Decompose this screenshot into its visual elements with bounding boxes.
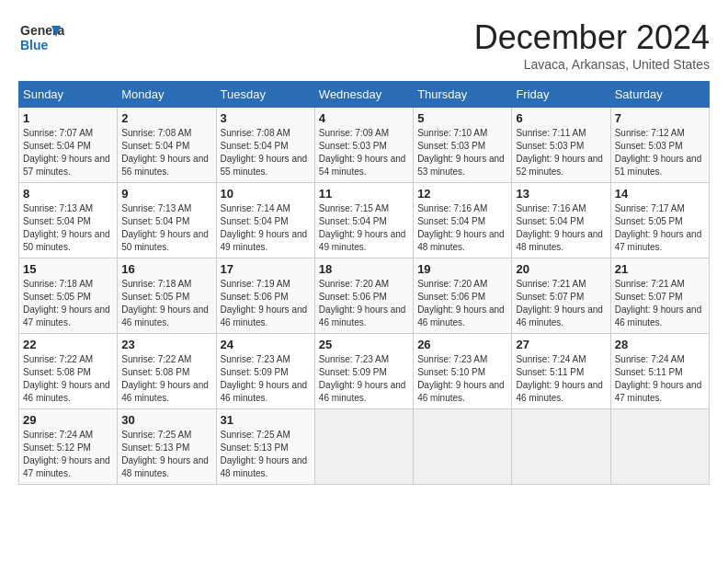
day-cell: 13 Sunrise: 7:16 AMSunset: 5:04 PMDaylig… <box>512 183 610 259</box>
day-info: Sunrise: 7:25 AMSunset: 5:13 PMDaylight:… <box>221 430 308 478</box>
day-info: Sunrise: 7:22 AMSunset: 5:08 PMDaylight:… <box>23 354 110 403</box>
day-number: 15 <box>23 262 113 276</box>
day-number: 14 <box>615 187 705 201</box>
day-info: Sunrise: 7:15 AMSunset: 5:04 PMDaylight:… <box>319 203 406 252</box>
empty-day-cell <box>414 409 512 485</box>
day-cell: 14 Sunrise: 7:17 AMSunset: 5:05 PMDaylig… <box>610 183 709 259</box>
subtitle: Lavaca, Arkansas, United States <box>474 57 710 72</box>
empty-day-cell <box>610 409 709 485</box>
day-number: 21 <box>615 262 705 276</box>
day-info: Sunrise: 7:22 AMSunset: 5:08 PMDaylight:… <box>121 354 209 403</box>
day-of-week-header: Thursday <box>414 82 512 108</box>
header: General Blue December 2024 Lavaca, Arkan… <box>18 18 710 72</box>
day-info: Sunrise: 7:08 AMSunset: 5:04 PMDaylight:… <box>121 128 209 177</box>
day-info: Sunrise: 7:23 AMSunset: 5:09 PMDaylight:… <box>319 354 406 403</box>
day-cell: 19 Sunrise: 7:20 AMSunset: 5:06 PMDaylig… <box>414 259 512 334</box>
day-cell: 20 Sunrise: 7:21 AMSunset: 5:07 PMDaylig… <box>512 259 610 334</box>
day-info: Sunrise: 7:08 AMSunset: 5:04 PMDaylight:… <box>221 128 308 177</box>
day-number: 7 <box>615 111 705 125</box>
title-area: December 2024 Lavaca, Arkansas, United S… <box>474 18 710 72</box>
day-number: 1 <box>23 111 113 125</box>
day-number: 26 <box>417 338 507 351</box>
day-info: Sunrise: 7:18 AMSunset: 5:05 PMDaylight:… <box>23 279 110 327</box>
month-title: December 2024 <box>474 18 710 57</box>
day-number: 6 <box>516 111 606 125</box>
day-number: 28 <box>615 338 705 351</box>
day-cell: 23 Sunrise: 7:22 AMSunset: 5:08 PMDaylig… <box>118 334 216 409</box>
svg-text:Blue: Blue <box>20 38 49 52</box>
day-cell: 9 Sunrise: 7:13 AMSunset: 5:04 PMDayligh… <box>118 183 216 259</box>
day-cell: 4 Sunrise: 7:09 AMSunset: 5:03 PMDayligh… <box>314 108 413 183</box>
day-info: Sunrise: 7:20 AMSunset: 5:06 PMDaylight:… <box>319 279 406 327</box>
day-cell: 12 Sunrise: 7:16 AMSunset: 5:04 PMDaylig… <box>414 183 512 259</box>
day-cell: 2 Sunrise: 7:08 AMSunset: 5:04 PMDayligh… <box>118 108 216 183</box>
day-info: Sunrise: 7:11 AMSunset: 5:03 PMDaylight:… <box>516 128 603 177</box>
day-cell: 8 Sunrise: 7:13 AMSunset: 5:04 PMDayligh… <box>19 183 118 259</box>
day-cell: 1 Sunrise: 7:07 AMSunset: 5:04 PMDayligh… <box>19 108 118 183</box>
logo: General Blue <box>18 18 68 55</box>
day-number: 30 <box>121 413 211 427</box>
day-cell: 22 Sunrise: 7:22 AMSunset: 5:08 PMDaylig… <box>19 334 118 409</box>
day-info: Sunrise: 7:16 AMSunset: 5:04 PMDaylight:… <box>417 203 505 252</box>
day-number: 27 <box>516 338 606 351</box>
day-number: 31 <box>221 413 311 427</box>
day-number: 25 <box>319 338 409 351</box>
day-number: 11 <box>319 187 409 201</box>
day-cell: 31 Sunrise: 7:25 AMSunset: 5:13 PMDaylig… <box>216 409 314 485</box>
day-cell: 25 Sunrise: 7:23 AMSunset: 5:09 PMDaylig… <box>314 334 413 409</box>
day-number: 5 <box>417 111 507 125</box>
day-number: 19 <box>417 262 507 276</box>
day-cell: 6 Sunrise: 7:11 AMSunset: 5:03 PMDayligh… <box>512 108 610 183</box>
day-cell: 24 Sunrise: 7:23 AMSunset: 5:09 PMDaylig… <box>216 334 314 409</box>
day-info: Sunrise: 7:21 AMSunset: 5:07 PMDaylight:… <box>516 279 603 327</box>
day-info: Sunrise: 7:12 AMSunset: 5:03 PMDaylight:… <box>615 128 702 177</box>
empty-day-cell <box>314 409 413 485</box>
day-info: Sunrise: 7:16 AMSunset: 5:04 PMDaylight:… <box>516 203 603 252</box>
day-number: 16 <box>121 262 211 276</box>
day-info: Sunrise: 7:07 AMSunset: 5:04 PMDaylight:… <box>23 128 110 177</box>
day-cell: 17 Sunrise: 7:19 AMSunset: 5:06 PMDaylig… <box>216 259 314 334</box>
day-cell: 26 Sunrise: 7:23 AMSunset: 5:10 PMDaylig… <box>414 334 512 409</box>
day-info: Sunrise: 7:24 AMSunset: 5:11 PMDaylight:… <box>615 354 702 403</box>
day-info: Sunrise: 7:24 AMSunset: 5:11 PMDaylight:… <box>516 354 603 403</box>
day-number: 8 <box>23 187 113 201</box>
day-cell: 10 Sunrise: 7:14 AMSunset: 5:04 PMDaylig… <box>216 183 314 259</box>
day-cell: 29 Sunrise: 7:24 AMSunset: 5:12 PMDaylig… <box>19 409 118 485</box>
day-of-week-header: Saturday <box>610 82 709 108</box>
day-cell: 21 Sunrise: 7:21 AMSunset: 5:07 PMDaylig… <box>610 259 709 334</box>
day-number: 2 <box>121 111 211 125</box>
day-cell: 18 Sunrise: 7:20 AMSunset: 5:06 PMDaylig… <box>314 259 413 334</box>
day-of-week-header: Friday <box>512 82 610 108</box>
day-cell: 27 Sunrise: 7:24 AMSunset: 5:11 PMDaylig… <box>512 334 610 409</box>
day-info: Sunrise: 7:23 AMSunset: 5:09 PMDaylight:… <box>221 354 308 403</box>
day-cell: 5 Sunrise: 7:10 AMSunset: 5:03 PMDayligh… <box>414 108 512 183</box>
day-cell: 11 Sunrise: 7:15 AMSunset: 5:04 PMDaylig… <box>314 183 413 259</box>
day-number: 20 <box>516 262 606 276</box>
day-info: Sunrise: 7:18 AMSunset: 5:05 PMDaylight:… <box>121 279 209 327</box>
day-cell: 15 Sunrise: 7:18 AMSunset: 5:05 PMDaylig… <box>19 259 118 334</box>
day-cell: 16 Sunrise: 7:18 AMSunset: 5:05 PMDaylig… <box>118 259 216 334</box>
day-cell: 3 Sunrise: 7:08 AMSunset: 5:04 PMDayligh… <box>216 108 314 183</box>
day-number: 29 <box>23 413 113 427</box>
day-number: 18 <box>319 262 409 276</box>
day-number: 12 <box>417 187 507 201</box>
day-info: Sunrise: 7:09 AMSunset: 5:03 PMDaylight:… <box>319 128 406 177</box>
day-info: Sunrise: 7:25 AMSunset: 5:13 PMDaylight:… <box>121 430 209 478</box>
day-info: Sunrise: 7:13 AMSunset: 5:04 PMDaylight:… <box>121 203 209 252</box>
day-info: Sunrise: 7:19 AMSunset: 5:06 PMDaylight:… <box>221 279 308 327</box>
day-info: Sunrise: 7:24 AMSunset: 5:12 PMDaylight:… <box>23 430 110 478</box>
day-info: Sunrise: 7:10 AMSunset: 5:03 PMDaylight:… <box>417 128 505 177</box>
day-of-week-header: Wednesday <box>314 82 413 108</box>
day-of-week-header: Tuesday <box>216 82 314 108</box>
empty-day-cell <box>512 409 610 485</box>
day-number: 3 <box>221 111 311 125</box>
day-info: Sunrise: 7:20 AMSunset: 5:06 PMDaylight:… <box>417 279 505 327</box>
day-number: 10 <box>221 187 311 201</box>
day-cell: 7 Sunrise: 7:12 AMSunset: 5:03 PMDayligh… <box>610 108 709 183</box>
day-number: 24 <box>221 338 311 351</box>
calendar-table: SundayMondayTuesdayWednesdayThursdayFrid… <box>18 81 710 485</box>
day-info: Sunrise: 7:14 AMSunset: 5:04 PMDaylight:… <box>221 203 308 252</box>
day-number: 17 <box>221 262 311 276</box>
day-number: 23 <box>121 338 211 351</box>
day-of-week-header: Monday <box>118 82 216 108</box>
